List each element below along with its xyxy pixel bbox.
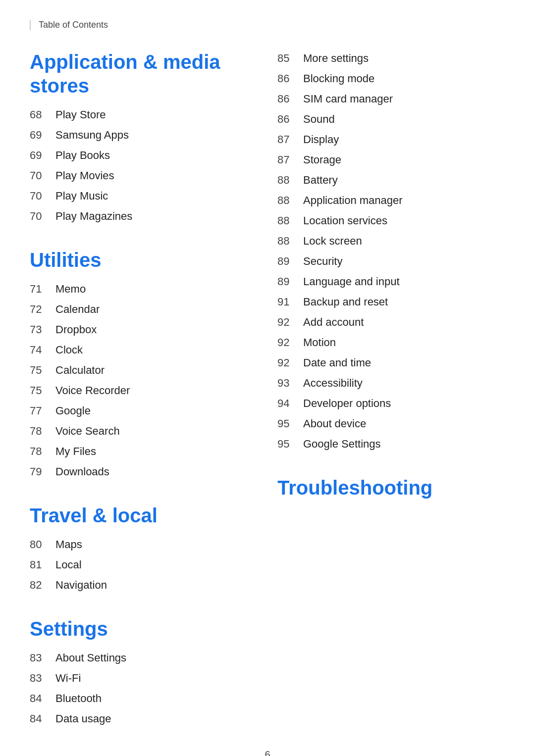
toc-page-number: 68 [30, 106, 55, 123]
list-item: 92Motion [277, 334, 505, 351]
section-title-utilities: Utilities [30, 248, 248, 272]
list-item: 89Language and input [277, 273, 505, 290]
toc-item-label: Voice Recorder [55, 382, 130, 399]
list-item: 83About Settings [30, 650, 248, 666]
section-troubleshooting: Troubleshooting [277, 476, 505, 500]
list-item: 84Data usage [30, 710, 248, 727]
list-item: 74Clock [30, 342, 248, 358]
toc-item-label: Developer options [303, 395, 391, 411]
toc-page-number: 77 [30, 403, 55, 419]
section-application-media-stores: Application & media stores68Play Store69… [30, 50, 248, 224]
toc-page-number: 74 [30, 342, 55, 358]
toc-page-number: 81 [30, 556, 55, 573]
list-item: 77Google [30, 403, 248, 419]
toc-page-number: 88 [277, 212, 303, 229]
toc-item-label: Play Magazines [55, 208, 132, 224]
toc-page-number: 73 [30, 321, 55, 338]
toc-item-label: Add account [303, 314, 364, 330]
toc-page-number: 95 [277, 415, 303, 432]
toc-item-label: Navigation [55, 577, 107, 593]
list-item: 92Add account [277, 314, 505, 330]
list-item: 93Accessibility [277, 375, 505, 391]
toc-item-label: Sound [303, 111, 335, 127]
toc-page-number: 86 [277, 91, 303, 107]
section-title-travel-local: Travel & local [30, 504, 248, 527]
toc-item-label: Play Movies [55, 167, 114, 184]
toc-item-label: Date and time [303, 354, 371, 371]
toc-item-label: Local [55, 556, 82, 573]
toc-item-label: Blocking mode [303, 70, 374, 87]
list-item: 95About device [277, 415, 505, 432]
list-item: 80Maps [30, 536, 248, 553]
left-column: Application & media stores68Play Store69… [30, 50, 268, 751]
toc-item-label: Accessibility [303, 375, 363, 391]
section-title-application-media-stores: Application & media stores [30, 50, 248, 98]
toc-page-number: 93 [277, 375, 303, 391]
toc-item-label: Location services [303, 212, 387, 229]
toc-item-label: Samsung Apps [55, 127, 129, 143]
toc-page-number: 78 [30, 443, 55, 459]
list-item: 88Battery [277, 172, 505, 188]
section-travel-local: Travel & local80Maps81Local82Navigation [30, 504, 248, 593]
page-number: 6 [265, 749, 270, 756]
list-item: 86SIM card manager [277, 91, 505, 107]
list-item: 73Dropbox [30, 321, 248, 338]
two-column-layout: Application & media stores68Play Store69… [30, 50, 505, 751]
toc-page-number: 88 [277, 192, 303, 208]
toc-page-number: 84 [30, 710, 55, 727]
toc-item-label: Google Settings [303, 436, 381, 452]
list-item: 78Voice Search [30, 423, 248, 439]
section-utilities: Utilities71Memo72Calendar73Dropbox74Cloc… [30, 248, 248, 480]
toc-item-label: Downloads [55, 463, 109, 480]
toc-item-label: Data usage [55, 710, 111, 727]
list-item: 86Sound [277, 111, 505, 127]
toc-item-label: Bluetooth [55, 690, 102, 706]
toc-page-number: 70 [30, 167, 55, 184]
toc-item-label: Battery [303, 172, 338, 188]
toc-item-label: Voice Search [55, 423, 120, 439]
toc-item-label: Play Store [55, 106, 106, 123]
list-item: 82Navigation [30, 577, 248, 593]
toc-page-number: 79 [30, 463, 55, 480]
list-item: 68Play Store [30, 106, 248, 123]
toc-item-label: Maps [55, 536, 82, 553]
toc-page-number: 92 [277, 314, 303, 330]
toc-page-number: 89 [277, 253, 303, 269]
page-container: Table of Contents Application & media st… [0, 0, 535, 756]
toc-page-number: 86 [277, 111, 303, 127]
list-item: 94Developer options [277, 395, 505, 411]
list-item: 72Calendar [30, 301, 248, 317]
toc-item-label: Play Music [55, 188, 108, 204]
right-column: 85More settings86Blocking mode86SIM card… [268, 50, 505, 751]
toc-item-label: Calculator [55, 362, 105, 378]
toc-page-number: 82 [30, 577, 55, 593]
list-item: 86Blocking mode [277, 70, 505, 87]
toc-page-number: 69 [30, 147, 55, 163]
section-title-troubleshooting: Troubleshooting [277, 476, 505, 500]
toc-page-number: 88 [277, 233, 303, 249]
toc-item-label: Storage [303, 151, 341, 168]
toc-item-label: Dropbox [55, 321, 97, 338]
toc-item-label: Lock screen [303, 233, 362, 249]
page-footer: 6 [0, 749, 535, 756]
list-item: 70Play Music [30, 188, 248, 204]
toc-item-label: Clock [55, 342, 83, 358]
toc-page-number: 71 [30, 281, 55, 297]
toc-item-label: Application manager [303, 192, 403, 208]
list-item: 95Google Settings [277, 436, 505, 452]
list-item: 75Voice Recorder [30, 382, 248, 399]
list-item: 88Lock screen [277, 233, 505, 249]
toc-item-label: Google [55, 403, 91, 419]
toc-item-label: Memo [55, 281, 86, 297]
toc-page-number: 70 [30, 188, 55, 204]
toc-item-label: Backup and reset [303, 294, 388, 310]
toc-page-number: 85 [277, 50, 303, 66]
list-item: 89Security [277, 253, 505, 269]
list-item: 70Play Movies [30, 167, 248, 184]
section-settings: Settings83About Settings83Wi-Fi84Bluetoo… [30, 617, 248, 727]
toc-item-label: SIM card manager [303, 91, 393, 107]
list-item: 87Storage [277, 151, 505, 168]
list-item: 84Bluetooth [30, 690, 248, 706]
toc-item-label: My Files [55, 443, 96, 459]
section-settings-continued: 85More settings86Blocking mode86SIM card… [277, 50, 505, 452]
